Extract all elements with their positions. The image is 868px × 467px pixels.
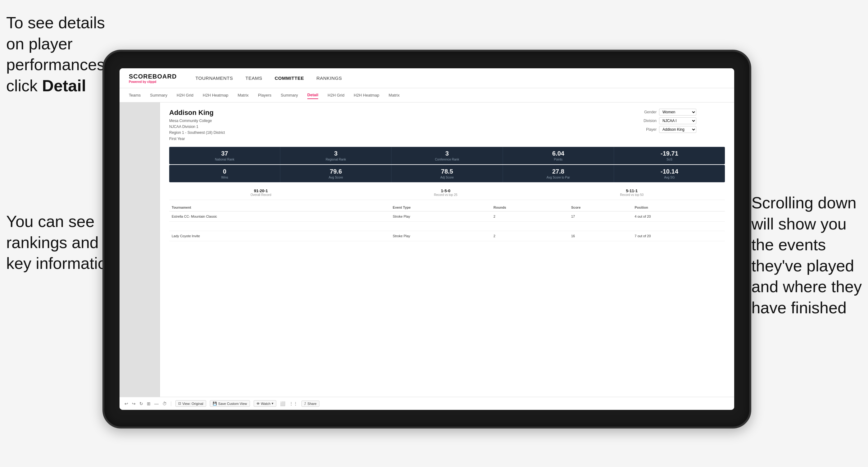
stats-row-2: 0 Wins 79.6 Avg Score 78.5 Adj Score 27.… <box>169 165 725 182</box>
gender-select[interactable]: Women <box>659 109 696 116</box>
watch-button[interactable]: 👁 Watch ▾ <box>254 400 277 407</box>
redo-icon[interactable]: ↪ <box>132 401 136 406</box>
stat-avg-score: 79.6 Avg Score <box>280 165 392 182</box>
record-overall-label: Overall Record <box>251 193 271 196</box>
stat-national-rank-label: National Rank <box>171 158 278 161</box>
td-empty-3 <box>491 221 569 231</box>
td-tournament-2: Lady Coyote Invite <box>169 231 390 241</box>
tablet-screen: SCOREBOARD Powered by clippd TOURNAMENTS… <box>120 68 734 410</box>
td-empty-2 <box>390 221 491 231</box>
td-empty-1 <box>169 221 390 231</box>
sub-nav-h2h-heatmap1[interactable]: H2H Heatmap <box>203 92 228 99</box>
copy-icon[interactable]: ⊞ <box>147 401 151 406</box>
player-college: Mesa Community College <box>169 118 225 124</box>
minus-icon[interactable]: — <box>154 401 159 406</box>
sub-nav-summary1[interactable]: Summary <box>150 92 167 99</box>
td-tournament-1: Estrella CC- Mountain Classic <box>169 211 390 221</box>
sub-nav-summary2[interactable]: Summary <box>281 92 298 99</box>
td-event-type-2: Stroke Play <box>390 231 491 241</box>
stat-avg-sg-label: Avg SG <box>616 176 723 179</box>
division-select[interactable]: NJCAA I <box>659 117 696 124</box>
content-area: Addison King Mesa Community College NJCA… <box>120 102 734 397</box>
sub-nav-detail[interactable]: Detail <box>307 91 318 99</box>
stat-sos: -19.71 SoS <box>614 147 725 164</box>
record-top50-label: Record vs top 50 <box>620 193 644 196</box>
player-region: Region 1 - Southwest (18) District <box>169 130 225 136</box>
table-row-empty <box>169 221 725 231</box>
main-panel: Addison King Mesa Community College NJCA… <box>160 102 734 397</box>
stat-sos-value: -19.71 <box>616 150 723 157</box>
table-row: Estrella CC- Mountain Classic Stroke Pla… <box>169 211 725 221</box>
stat-avg-score-to-par: 27.8 Avg Score to Par <box>503 165 614 182</box>
main-nav: TOURNAMENTS TEAMS COMMITTEE RANKINGS <box>195 74 725 82</box>
save-custom-button[interactable]: 💾 Save Custom View <box>210 400 250 407</box>
sub-nav-matrix2[interactable]: Matrix <box>389 92 400 99</box>
annotation-bottom-left: You can see rankings and key information <box>6 211 116 274</box>
sub-nav-players[interactable]: Players <box>258 92 271 99</box>
player-select[interactable]: Addison King <box>659 126 696 133</box>
stat-wins: 0 Wins <box>169 165 280 182</box>
nav-rankings[interactable]: RANKINGS <box>316 74 342 82</box>
annotation-right-line6: have finished <box>751 299 846 317</box>
player-controls: Gender Women Division NJCAA I <box>638 109 725 133</box>
record-top50: 5-11-1 Record vs top 50 <box>620 188 644 196</box>
screen-icon[interactable]: ⬜ <box>280 401 285 406</box>
nav-tournaments[interactable]: TOURNAMENTS <box>195 74 233 82</box>
stat-conference-rank: 3 Conference Rank <box>392 147 503 164</box>
bottom-toolbar: ↩ ↪ ↻ ⊞ — ⏱ | ⊡ View: Original 💾 Save Cu… <box>120 397 734 410</box>
share-label: Share <box>307 402 316 406</box>
save-custom-icon: 💾 <box>213 402 217 406</box>
th-event-type: Event Type <box>390 204 491 212</box>
view-original-label: View: Original <box>182 402 203 406</box>
sidebar <box>120 102 160 397</box>
table-row-2: Lady Coyote Invite Stroke Play 2 16 7 ou… <box>169 231 725 241</box>
undo-icon[interactable]: ↩ <box>124 401 128 406</box>
stat-avg-score-to-par-label: Avg Score to Par <box>505 176 612 179</box>
stat-avg-score-to-par-value: 27.8 <box>505 168 612 175</box>
stat-points-value: 6.04 <box>505 150 612 157</box>
stat-adj-score: 78.5 Adj Score <box>392 165 503 182</box>
td-empty-4 <box>569 221 632 231</box>
tablet-frame: SCOREBOARD Powered by clippd TOURNAMENTS… <box>102 50 751 429</box>
stat-adj-score-value: 78.5 <box>393 168 500 175</box>
sub-nav-h2h-grid1[interactable]: H2H Grid <box>177 92 193 99</box>
stat-avg-score-label: Avg Score <box>282 176 389 179</box>
record-overall-value: 91-20-1 <box>251 188 271 193</box>
player-control-row: Player Addison King <box>638 126 725 133</box>
player-info: Addison King Mesa Community College NJCA… <box>169 109 225 142</box>
gender-label: Gender <box>638 110 657 114</box>
td-rounds-2: 2 <box>491 231 569 241</box>
nav-teams[interactable]: TEAMS <box>246 74 262 82</box>
clock-icon[interactable]: ⏱ <box>162 401 167 406</box>
logo-sub: Powered by clippd <box>129 80 177 84</box>
share-button[interactable]: ⤴ Share <box>302 401 319 407</box>
sub-nav-matrix1[interactable]: Matrix <box>238 92 248 99</box>
watch-icon: 👁 <box>256 402 260 406</box>
stats-row-1: 37 National Rank 3 Regional Rank 3 Confe… <box>169 147 725 164</box>
player-year: First Year <box>169 136 225 142</box>
record-top50-value: 5-11-1 <box>620 188 644 193</box>
refresh-icon[interactable]: ↻ <box>140 401 143 406</box>
annotation-right: Scrolling down will show you the events … <box>751 192 862 319</box>
stat-national-rank: 37 National Rank <box>169 147 280 164</box>
sub-nav-h2h-grid2[interactable]: H2H Grid <box>328 92 344 99</box>
view-original-button[interactable]: ⊡ View: Original <box>176 400 206 407</box>
nav-committee[interactable]: COMMITTEE <box>275 74 304 82</box>
stat-regional-rank: 3 Regional Rank <box>280 147 392 164</box>
td-event-type-1: Stroke Play <box>390 211 491 221</box>
watch-label: Watch <box>261 402 271 406</box>
sub-nav-teams[interactable]: Teams <box>129 92 141 99</box>
grid-icon[interactable]: ⋮⋮ <box>289 401 298 406</box>
stat-wins-label: Wins <box>171 176 278 179</box>
table-header-row: Tournament Event Type Rounds Score Posit… <box>169 204 725 212</box>
stat-conference-rank-label: Conference Rank <box>393 158 500 161</box>
stat-regional-rank-value: 3 <box>282 150 389 157</box>
app-logo: SCOREBOARD Powered by clippd <box>129 73 177 84</box>
record-top25: 1-5-0 Record vs top 25 <box>434 188 458 196</box>
stat-points: 6.04 Points <box>503 147 614 164</box>
annotation-top-left: To see details on player performances cl… <box>6 12 112 96</box>
toolbar-sep1: | <box>170 401 172 406</box>
record-top25-label: Record vs top 25 <box>434 193 458 196</box>
td-empty-5 <box>632 221 725 231</box>
sub-nav-h2h-heatmap2[interactable]: H2H Heatmap <box>353 92 379 99</box>
